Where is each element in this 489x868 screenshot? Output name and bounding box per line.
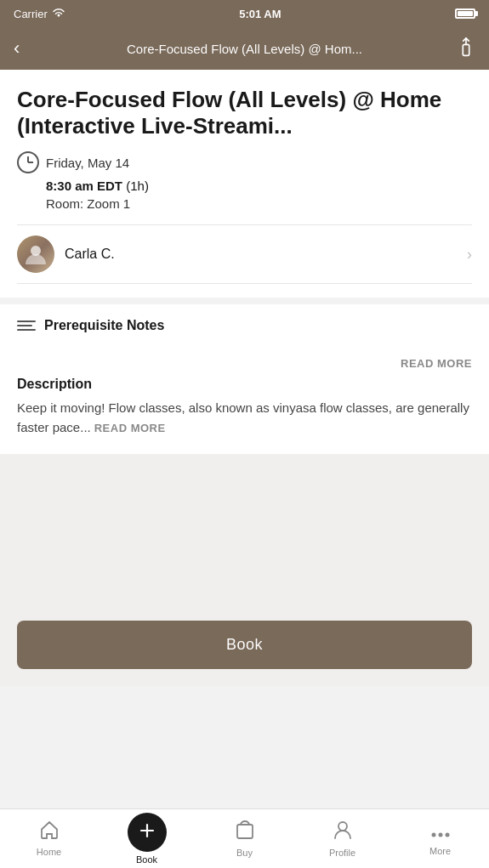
prereq-section: Prerequisite Notes bbox=[0, 298, 489, 347]
description-body: Keep it moving! Flow classes, also known… bbox=[17, 400, 469, 434]
read-more-top-row: READ MORE bbox=[0, 347, 489, 370]
read-more-inline-button[interactable]: READ MORE bbox=[94, 422, 166, 434]
home-icon bbox=[39, 820, 60, 844]
clock-icon bbox=[17, 151, 39, 173]
svg-point-7 bbox=[438, 833, 442, 837]
class-date: Friday, May 14 bbox=[46, 156, 129, 170]
prereq-row: Prerequisite Notes bbox=[17, 318, 472, 333]
instructor-name: Carla C. bbox=[65, 247, 467, 262]
tab-book-circle bbox=[128, 813, 167, 852]
class-title: Core-Focused Flow (All Levels) @ Home (I… bbox=[17, 87, 472, 139]
svg-point-8 bbox=[445, 833, 449, 837]
spacer-area bbox=[0, 454, 489, 607]
tab-home-label: Home bbox=[37, 847, 61, 857]
wifi-icon bbox=[52, 8, 65, 20]
status-bar: Carrier 5:01 AM bbox=[0, 0, 489, 27]
avatar-placeholder bbox=[17, 235, 54, 273]
chevron-right-icon: › bbox=[467, 246, 472, 264]
class-time: 8:30 am EDT (1h) bbox=[17, 179, 472, 193]
description-title: Description bbox=[17, 377, 472, 392]
tab-home[interactable]: Home bbox=[0, 809, 98, 868]
instructor-row[interactable]: Carla C. › bbox=[17, 224, 472, 284]
description-section: Description Keep it moving! Flow classes… bbox=[0, 370, 489, 454]
tab-book[interactable]: Book bbox=[98, 809, 196, 868]
book-button[interactable]: Book bbox=[17, 621, 472, 669]
share-button[interactable] bbox=[445, 37, 475, 60]
tab-bar: Home Book Buy bbox=[0, 808, 489, 868]
class-content: Core-Focused Flow (All Levels) @ Home (I… bbox=[0, 70, 489, 298]
description-text: Keep it moving! Flow classes, also known… bbox=[17, 399, 472, 437]
more-icon bbox=[430, 821, 451, 843]
svg-rect-0 bbox=[463, 44, 469, 55]
profile-icon bbox=[333, 820, 352, 845]
tab-more-label: More bbox=[429, 846, 451, 856]
book-section: Book bbox=[0, 607, 489, 686]
nav-title: Core-Focused Flow (All Levels) @ Hom... bbox=[44, 42, 445, 56]
carrier-label: Carrier bbox=[14, 8, 48, 20]
status-time: 5:01 AM bbox=[239, 8, 281, 20]
prereq-label: Prerequisite Notes bbox=[44, 318, 164, 333]
svg-rect-4 bbox=[237, 825, 253, 838]
buy-icon bbox=[236, 820, 254, 845]
class-room: Room: Zoom 1 bbox=[17, 196, 472, 211]
instructor-avatar bbox=[17, 235, 54, 273]
read-more-top-button[interactable]: READ MORE bbox=[401, 357, 472, 370]
svg-point-6 bbox=[431, 833, 435, 837]
tab-profile-label: Profile bbox=[329, 848, 355, 858]
back-button[interactable]: ‹ bbox=[14, 37, 44, 60]
class-date-row: Friday, May 14 bbox=[17, 151, 472, 173]
share-icon bbox=[457, 37, 475, 60]
tab-profile[interactable]: Profile bbox=[293, 809, 391, 868]
book-plus-icon bbox=[138, 821, 156, 844]
status-bar-right bbox=[455, 9, 475, 19]
status-bar-left: Carrier bbox=[14, 8, 65, 20]
tab-more[interactable]: More bbox=[391, 809, 489, 868]
nav-bar: ‹ Core-Focused Flow (All Levels) @ Hom..… bbox=[0, 27, 489, 70]
tab-book-label: Book bbox=[136, 854, 157, 865]
tab-buy-label: Buy bbox=[236, 848, 253, 858]
menu-icon bbox=[17, 321, 36, 331]
svg-point-5 bbox=[338, 822, 347, 831]
battery-icon bbox=[455, 9, 475, 19]
tab-buy[interactable]: Buy bbox=[196, 809, 293, 868]
